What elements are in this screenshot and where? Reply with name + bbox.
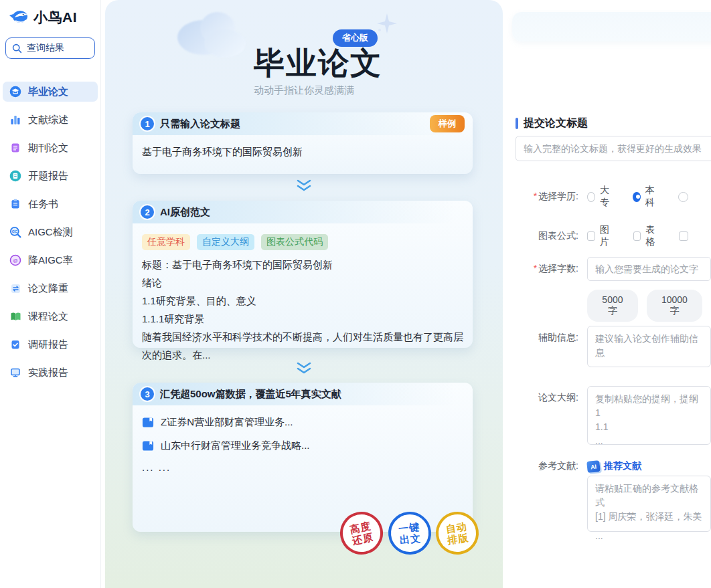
- app-logo: 小鸟AI: [0, 0, 100, 27]
- proposal-circle-icon: [9, 170, 21, 182]
- checkbox-table[interactable]: [633, 231, 641, 241]
- required-mark: *: [534, 191, 537, 201]
- tag-any-subject: 任意学科: [142, 234, 190, 250]
- feature-tags: 任意学科 自定义大纲 图表公式代码: [133, 223, 473, 254]
- sidebar-item-journal-paper[interactable]: 期刊论文: [3, 138, 98, 158]
- reduce-aigc-circle-icon: @: [9, 254, 21, 266]
- reference-item: 山东中行财富管理业务竞争战略...: [133, 439, 473, 452]
- edition-badge: 省心版: [333, 29, 378, 47]
- step3-title: 汇凭超50ow篇数据，覆盖近5年真实文献: [160, 388, 341, 401]
- top-banner-box: [512, 12, 711, 41]
- education-label: 选择学历:: [538, 191, 578, 201]
- education-row: *选择学历: 大专 本科: [505, 185, 711, 209]
- book-icon: [142, 440, 154, 452]
- aux-placeholder: 建议输入论文创作辅助信息: [595, 332, 703, 360]
- search-icon: [12, 43, 22, 54]
- search-box[interactable]: 查询结果: [5, 37, 95, 59]
- sidebar-item-aigc-detect[interactable]: GC AIGC检测: [3, 222, 98, 242]
- checkbox-image[interactable]: [587, 231, 595, 241]
- dedup-doc-icon: [9, 282, 21, 294]
- sidebar-item-graduation-thesis[interactable]: 毕业论文: [3, 82, 98, 102]
- check-clipboard-icon: [9, 338, 21, 351]
- step3-number-badge: 3: [141, 387, 154, 401]
- svg-text:GC: GC: [12, 229, 17, 233]
- refs-link-row: 参考文献: AI 推荐文献: [505, 460, 641, 472]
- essay-line: 绪论: [142, 274, 463, 292]
- sidebar-item-survey-report[interactable]: 调研报告: [3, 334, 98, 355]
- preset-10000-button[interactable]: 10000字: [647, 290, 702, 322]
- stamp-auto-typeset: 自动排版: [433, 509, 481, 557]
- refs-label: 参考文献:: [505, 460, 587, 472]
- word-count-row: *选择字数:: [505, 257, 711, 281]
- monitor-icon: [9, 367, 21, 379]
- outline-textarea[interactable]: 复制粘贴您的提纲，提纲 1 1.1 ...: [587, 386, 711, 445]
- clipboard-icon: [9, 198, 21, 210]
- aux-info-label: 辅助信息:: [505, 326, 587, 367]
- book-icon: [142, 417, 154, 429]
- radio-benke[interactable]: [633, 192, 641, 202]
- svg-text:@: @: [13, 258, 17, 264]
- sidebar-item-task-book[interactable]: 任务书: [3, 194, 98, 214]
- refs-textarea-row: 请粘贴正确的参考文献格式 [1] 周庆荣，张泽廷，朱美 ...: [587, 476, 711, 532]
- aux-info-textarea[interactable]: 建议输入论文创作辅助信息: [587, 326, 711, 367]
- tag-chart-formula-code: 图表公式代码: [261, 234, 328, 250]
- radio-option-3[interactable]: [678, 192, 688, 202]
- stamp-high-fidelity: 高度还原: [336, 508, 387, 559]
- bar-chart-icon: [9, 114, 21, 126]
- feature-stamps: 高度还原 一键出文 自动排版: [105, 512, 503, 560]
- essay-line: 随着我国经济水平和科学技术的不断提高，人们对生活质量也有了更高层次的追求。在..…: [142, 328, 463, 364]
- reference-title: Z证券N营业部财富管理业务...: [161, 416, 293, 429]
- thesis-title-input[interactable]: [516, 136, 711, 161]
- chevron-down-icon: [105, 179, 503, 193]
- sidebar-nav: 毕业论文 文献综述 期刊论文 开题报告 任务书 GC AIGC检测 @ 降AIG…: [0, 82, 100, 383]
- step3-card: 3 汇凭超50ow篇数据，覆盖近5年真实文献 Z证券N营业部财富管理业务... …: [133, 383, 473, 532]
- sample-button[interactable]: 样例: [430, 115, 465, 132]
- essay-line: 1.1研究背景、目的、意义: [142, 292, 463, 310]
- section-accent-bar: [516, 118, 518, 129]
- ai-icon: AI: [586, 460, 601, 473]
- sidebar-item-course-paper[interactable]: 课程论文: [3, 306, 98, 326]
- recommend-refs-button[interactable]: AI 推荐文献: [587, 460, 641, 472]
- sidebar-item-practice-report[interactable]: 实践报告: [3, 363, 98, 383]
- essay-line: 1.1.1研究背景: [142, 310, 463, 328]
- page-subtitle: 动动手指让你灵感满满: [105, 84, 503, 97]
- step2-number-badge: 2: [141, 205, 154, 219]
- reference-title: 山东中行财富管理业务竞争战略...: [161, 439, 310, 452]
- section-title: 提交论文标题: [524, 116, 588, 130]
- radio-dazhuan[interactable]: [587, 192, 595, 202]
- reference-ellipsis: ... ...: [133, 462, 473, 473]
- checkbox-option-3[interactable]: [679, 231, 688, 241]
- sidebar-item-proposal-report[interactable]: 开题报告: [3, 166, 98, 186]
- step2-title: AI原创范文: [160, 206, 210, 219]
- logo-text: 小鸟AI: [33, 8, 77, 27]
- step1-header: 1 只需输入论文标题 样例: [133, 112, 473, 135]
- sparkle-icon: [376, 12, 398, 37]
- refs-textarea[interactable]: 请粘贴正确的参考文献格式 [1] 周庆荣，张泽廷，朱美 ...: [587, 476, 711, 532]
- word-count-label: 选择字数:: [538, 263, 578, 274]
- graduation-cap-icon: [9, 86, 21, 98]
- chart-formula-row: 图表公式: 图片 表格: [505, 224, 711, 248]
- required-mark: *: [534, 263, 537, 274]
- step1-card: 1 只需输入论文标题 样例 基于电子商务环境下的国际贸易创新: [133, 112, 473, 174]
- green-book-icon: [9, 310, 21, 322]
- bird-logo-icon: [9, 9, 29, 26]
- sidebar: 小鸟AI 查询结果 毕业论文 文献综述 期刊论文 开题报告 任务书 GC: [0, 0, 101, 588]
- sidebar-item-literature-review[interactable]: 文献综述: [3, 110, 98, 130]
- sidebar-item-dedup[interactable]: 论文降重: [3, 278, 98, 298]
- sidebar-item-reduce-aigc[interactable]: @ 降AIGC率: [3, 250, 98, 270]
- submit-form-panel: 提交论文标题 *选择学历: 大专 本科 图表公式: 图片 表格 *选择字数: 5…: [505, 0, 711, 588]
- preset-5000-button[interactable]: 5000字: [587, 290, 638, 322]
- word-count-presets: 5000字 10000字: [587, 290, 711, 322]
- step1-number-badge: 1: [141, 117, 154, 130]
- journal-doc-icon: [9, 142, 21, 154]
- magnifier-detect-icon: GC: [9, 226, 21, 238]
- outline-row: 论文大纲: 复制粘贴您的提纲，提纲 1 1.1 ...: [505, 386, 711, 445]
- chevron-down-icon: [105, 362, 503, 375]
- reference-item: Z证券N营业部财富管理业务...: [133, 416, 473, 429]
- essay-line: 标题：基于电子商务环境下的国际贸易创新: [142, 256, 463, 274]
- step1-example-title: 基于电子商务环境下的国际贸易创新: [133, 135, 473, 159]
- word-count-input[interactable]: [587, 257, 711, 281]
- stamp-one-click-generate: 一键出文: [386, 510, 433, 557]
- outline-label: 论文大纲:: [505, 386, 587, 445]
- tag-custom-outline: 自定义大纲: [197, 234, 254, 250]
